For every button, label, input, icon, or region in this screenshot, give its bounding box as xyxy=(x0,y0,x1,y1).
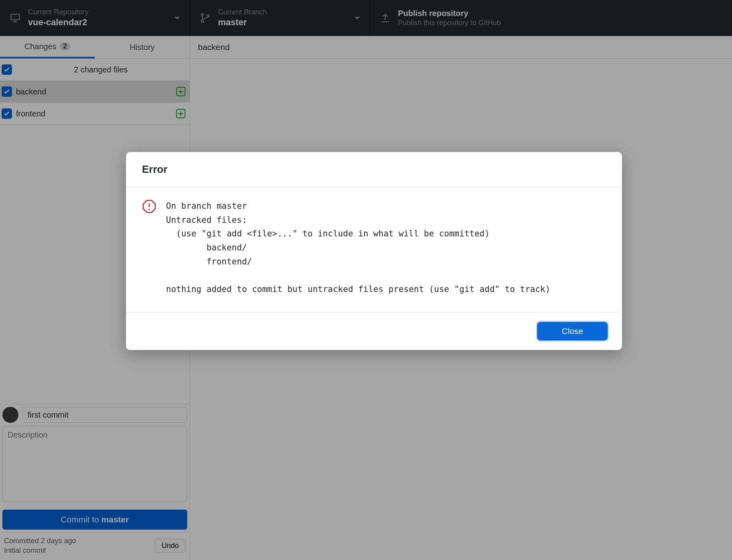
error-modal: Error On branch master Untracked files: … xyxy=(126,152,622,350)
svg-point-7 xyxy=(148,209,150,210)
modal-body-text: On branch master Untracked files: (use "… xyxy=(166,199,550,296)
modal-overlay: Error On branch master Untracked files: … xyxy=(0,0,732,560)
alert-icon xyxy=(142,199,156,214)
close-button[interactable]: Close xyxy=(537,322,608,340)
modal-title: Error xyxy=(126,152,622,187)
